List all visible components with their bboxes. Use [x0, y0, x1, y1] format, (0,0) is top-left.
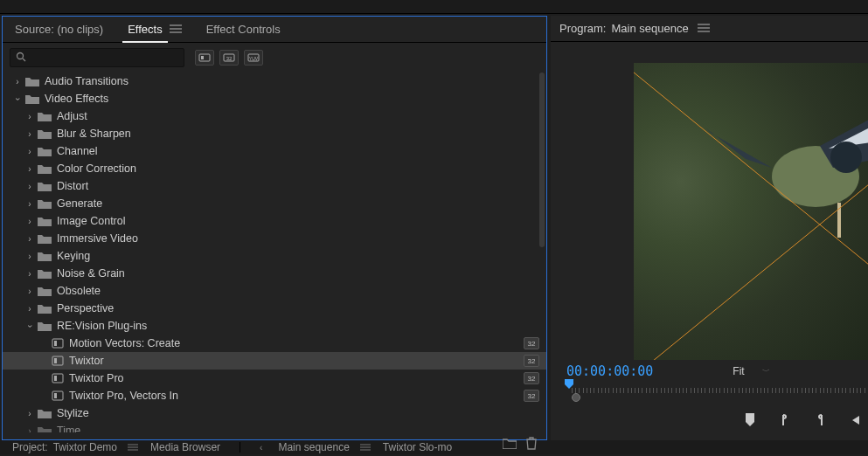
tab-effect-controls[interactable]: Effect Controls	[194, 17, 293, 43]
filter-icons: 32 YUV	[195, 50, 263, 66]
tree-video-effects[interactable]: › Video Effects	[3, 90, 546, 107]
effects-search-box[interactable]	[10, 48, 184, 67]
transport-info-row: 00:00:00:00 Fit ﹀	[551, 360, 868, 383]
tab-project[interactable]: Project: Twixtor Demo	[12, 441, 138, 453]
mark-in-button[interactable]	[775, 411, 795, 430]
panel-menu-icon[interactable]	[128, 441, 138, 453]
tree-category[interactable]: ›Generate	[3, 195, 546, 212]
tree-category[interactable]: ›Perspective	[3, 300, 546, 317]
tree-item-label: Generate	[57, 197, 546, 210]
tick-marks: /*ticks generated below but keep static*…	[572, 388, 868, 397]
tab-twixtor-slomo[interactable]: Twixtor Slo-mo	[383, 441, 452, 453]
folder-icon	[38, 181, 52, 191]
tree-category[interactable]: ›Stylize	[3, 404, 546, 422]
folder-icon	[38, 198, 52, 209]
tree-category[interactable]: ›Keying	[3, 247, 546, 265]
tree-item-label: Obsolete	[57, 285, 546, 297]
tab-media-browser[interactable]: Media Browser	[150, 441, 220, 453]
tree-item-label: RE:Vision Plug-ins	[57, 320, 546, 332]
badge-32bit: 32	[524, 390, 539, 402]
svg-rect-2	[199, 54, 210, 61]
tree-item-label: Adjust	[57, 110, 546, 122]
chevron-right-icon: ›	[25, 409, 34, 418]
fit-label: Fit	[733, 365, 744, 377]
tree-category[interactable]: ›Adjust	[3, 107, 546, 125]
effect-twixtor-pro-vectors[interactable]: Twixtor Pro, Vectors In 32	[3, 387, 546, 404]
tree-category[interactable]: ›Obsolete	[3, 282, 546, 300]
zoom-handle[interactable]	[572, 393, 580, 402]
add-marker-button[interactable]	[740, 411, 760, 430]
program-panel: Program: Main sequence	[551, 16, 868, 440]
trash-icon[interactable]	[525, 436, 538, 453]
transport-controls	[740, 407, 868, 433]
go-to-in-button[interactable]	[845, 411, 865, 430]
tree-category[interactable]: ›Blur & Sharpen	[3, 125, 546, 142]
new-bin-icon[interactable]	[503, 437, 517, 452]
zoom-fit-dropdown[interactable]: Fit ﹀	[726, 363, 776, 379]
tree-item-label: Twixtor	[69, 355, 524, 367]
panel-menu-icon[interactable]	[360, 441, 371, 453]
tree-scrollbar[interactable]	[539, 73, 545, 247]
svg-rect-11	[54, 358, 57, 363]
tree-category[interactable]: ›Color Correction	[3, 160, 546, 177]
search-input[interactable]	[30, 52, 178, 64]
svg-rect-8	[52, 339, 63, 348]
tree-category[interactable]: ›Immersive Video	[3, 230, 546, 247]
preset-icon	[52, 356, 64, 366]
preset-icon	[52, 373, 64, 383]
video-frame	[634, 63, 868, 360]
tree-item-label: Keying	[57, 250, 546, 262]
chevron-right-icon: ›	[25, 252, 34, 261]
tree-category[interactable]: ›Distort	[3, 177, 546, 195]
tree-category[interactable]: ›Image Control	[3, 212, 546, 230]
filter-accelerated-fx[interactable]	[195, 50, 214, 66]
mini-timeline[interactable]: /*ticks generated below but keep static*…	[561, 384, 868, 400]
tree-item-label: Twixtor Pro	[69, 372, 524, 384]
tree-category[interactable]: ›Noise & Grain	[3, 265, 546, 282]
tab-main-sequence[interactable]: Main sequence	[278, 441, 370, 453]
tab-effects[interactable]: Effects	[115, 17, 175, 43]
folder-icon	[38, 233, 52, 244]
tree-category[interactable]: ›Time	[3, 422, 546, 432]
tree-item-label: Time	[57, 425, 546, 432]
panel-menu-icon[interactable]	[698, 22, 710, 35]
tree-item-label: Video Effects	[45, 93, 546, 105]
svg-rect-3	[201, 56, 204, 59]
chevron-down-icon: ﹀	[762, 366, 770, 377]
folder-icon	[38, 425, 52, 432]
badge-32bit: 32	[524, 372, 539, 384]
safe-margins-overlay	[634, 63, 868, 360]
filter-yuv[interactable]: YUV	[244, 50, 263, 66]
playhead-timecode[interactable]: 00:00:00:00	[566, 363, 653, 379]
effect-motion-vectors[interactable]: Motion Vectors: Create 32	[3, 335, 546, 352]
filter-32bit[interactable]: 32	[219, 50, 239, 66]
tree-revision-plugins[interactable]: › RE:Vision Plug-ins	[3, 317, 546, 335]
chevron-right-icon: ›	[25, 269, 34, 279]
chevron-left-icon[interactable]: ‹	[260, 443, 262, 453]
project-name: Twixtor Demo	[53, 441, 117, 453]
tab-source[interactable]: Source: (no clips)	[3, 17, 115, 43]
badge-32bit: 32	[524, 355, 539, 367]
folder-icon	[38, 408, 52, 418]
svg-rect-13	[54, 376, 57, 381]
chevron-right-icon: ›	[25, 426, 34, 433]
svg-line-20	[634, 63, 868, 360]
tree-category[interactable]: ›Channel	[3, 142, 546, 160]
program-title-prefix: Program:	[559, 22, 606, 35]
effect-twixtor[interactable]: Twixtor 32	[3, 352, 546, 370]
chevron-right-icon: ›	[25, 217, 34, 226]
effect-twixtor-pro[interactable]: Twixtor Pro 32	[3, 370, 546, 387]
chevron-right-icon: ›	[25, 147, 34, 156]
program-panel-header: Program: Main sequence	[551, 16, 868, 42]
folder-icon	[25, 93, 39, 104]
folder-icon	[38, 128, 52, 139]
folder-icon	[38, 216, 52, 226]
program-monitor[interactable]: 00:00:00:00 Fit ﹀ /*ticks generated belo…	[551, 42, 868, 440]
bottom-tab-strip: Project: Twixtor Demo Media Browser ‹ Ma…	[0, 440, 868, 454]
mark-out-button[interactable]	[810, 411, 830, 430]
badge-32bit: 32	[524, 337, 539, 349]
tree-item-label: Image Control	[57, 215, 546, 227]
chevron-right-icon: ›	[25, 164, 34, 174]
tree-audio-transitions[interactable]: › Audio Transitions	[3, 73, 546, 90]
main-row: Source: (no clips) Effects Effect Contro…	[0, 14, 868, 440]
